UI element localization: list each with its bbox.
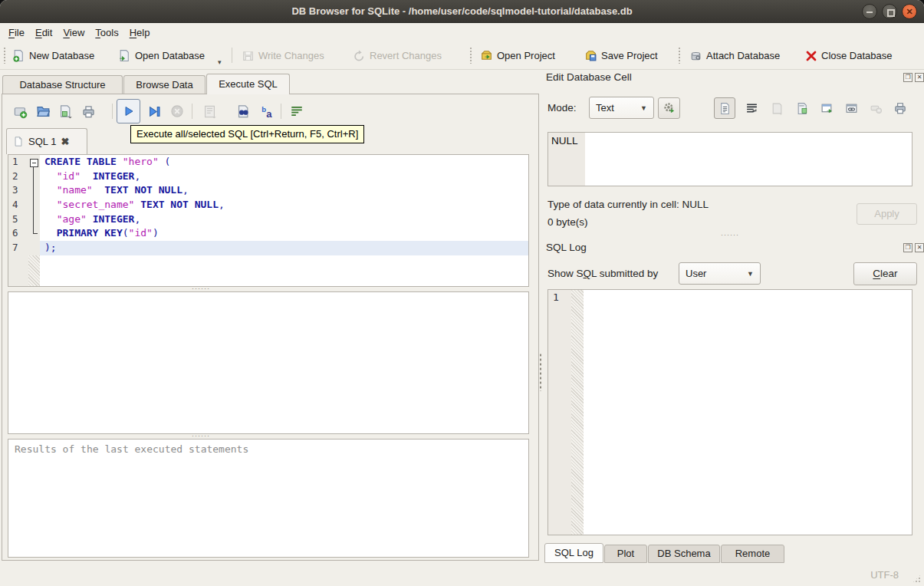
open-database-dropdown-arrow[interactable]: ▾ xyxy=(218,58,222,66)
maximize-button[interactable] xyxy=(882,4,897,19)
save-project-icon xyxy=(584,49,597,62)
toolbar-drag-handle[interactable] xyxy=(3,47,7,64)
format-sql-button[interactable]: ba xyxy=(258,101,278,121)
fold-margin-hatch xyxy=(28,255,40,287)
stop-execution-button[interactable] xyxy=(167,101,187,121)
menubar: File Edit View Tools Help xyxy=(0,23,924,41)
text-mode-icon-button[interactable] xyxy=(714,97,735,119)
dock-tab-remote[interactable]: Remote xyxy=(721,545,784,563)
revert-changes-button[interactable]: Revert Changes xyxy=(350,46,445,65)
sql-log-view[interactable]: 1 xyxy=(547,289,912,535)
code-line[interactable]: 3 "name" TEXT NOT NULL, xyxy=(8,183,528,198)
open-sql-file-button[interactable] xyxy=(32,101,52,121)
menu-tools[interactable]: Tools xyxy=(90,25,123,41)
fold-marker-icon[interactable] xyxy=(28,155,40,170)
toolbar-drag-handle[interactable] xyxy=(678,47,682,64)
sql-log-filter-value: User xyxy=(686,268,706,279)
export-cell-data-button[interactable] xyxy=(793,99,811,117)
attach-database-button[interactable]: Attach Database xyxy=(686,46,783,65)
auto-switch-mode-button[interactable] xyxy=(658,97,680,119)
execute-sql-button[interactable] xyxy=(117,99,140,123)
print-sql-button[interactable] xyxy=(78,101,98,121)
fold-guide xyxy=(28,198,40,212)
tab-database-structure[interactable]: Database Structure xyxy=(2,75,123,94)
close-database-icon xyxy=(805,50,817,62)
sql-document-tab[interactable]: SQL 1 ✖ xyxy=(6,128,87,154)
dock-tab-plot[interactable]: Plot xyxy=(604,545,647,563)
open-sql-file-dropdown-button[interactable] xyxy=(55,101,75,121)
revert-changes-icon xyxy=(353,49,366,62)
save-project-button[interactable]: Save Project xyxy=(581,46,661,65)
open-in-external-app-button[interactable] xyxy=(817,99,836,117)
open-database-icon xyxy=(118,49,131,62)
sql-toolbar-separator xyxy=(112,104,113,119)
attach-database-icon xyxy=(689,49,702,62)
menu-file[interactable]: File xyxy=(3,25,30,41)
resize-grip[interactable] xyxy=(912,574,922,584)
log-line-number: 1 xyxy=(553,291,559,303)
save-results-button[interactable] xyxy=(199,101,219,121)
sql-code-editor[interactable]: 1CREATE TABLE "hero" (2 "id" INTEGER,3 "… xyxy=(8,154,529,287)
close-sql-tab-icon[interactable]: ✖ xyxy=(61,136,69,147)
encoding-indicator[interactable]: UTF-8 xyxy=(870,569,899,581)
close-dock-icon[interactable]: ✕ xyxy=(915,243,924,252)
new-sql-tab-button[interactable] xyxy=(10,101,30,121)
svg-text:a: a xyxy=(266,107,272,118)
cell-type-info: Type of data currently in cell: NULL xyxy=(547,199,709,210)
code-line[interactable]: 5 "age" INTEGER, xyxy=(8,212,528,227)
titlebar[interactable]: DB Browser for SQLite - /home/user/code/… xyxy=(0,0,924,23)
word-wrap-cell-button[interactable] xyxy=(742,99,761,117)
panel-splitter-handle[interactable] xyxy=(539,353,542,391)
tab-execute-sql[interactable]: Execute SQL xyxy=(206,74,290,94)
execute-line-button[interactable] xyxy=(144,101,164,121)
close-button[interactable] xyxy=(902,4,917,19)
main-toolbar: New Database Open Database ▾ Write Chang… xyxy=(0,41,924,70)
float-dock-icon[interactable]: ❐ xyxy=(903,243,912,252)
sql-tab-label: SQL 1 xyxy=(28,136,56,147)
sql-log-dock-title: SQL Log xyxy=(546,242,587,253)
new-database-button[interactable]: New Database xyxy=(9,46,97,65)
dock-splitter-handle[interactable]: ······ xyxy=(721,233,739,238)
code-line[interactable]: 2 "id" INTEGER, xyxy=(8,170,528,184)
results-message-area[interactable]: Results of the last executed statements xyxy=(8,439,529,558)
results-placeholder: Results of the last executed statements xyxy=(15,443,248,455)
code-line[interactable]: 1CREATE TABLE "hero" ( xyxy=(8,155,528,170)
minimize-button[interactable] xyxy=(862,4,877,19)
menu-edit[interactable]: Edit xyxy=(30,25,58,41)
dock-tab-sql-log[interactable]: SQL Log xyxy=(544,543,603,563)
find-in-sql-button[interactable] xyxy=(233,101,253,121)
write-changes-icon xyxy=(242,49,255,62)
code-line[interactable]: 4 "secret_name" TEXT NOT NULL, xyxy=(8,198,528,212)
open-database-button[interactable]: Open Database xyxy=(115,46,208,65)
code-line[interactable]: 7); xyxy=(8,241,528,255)
import-cell-data-button[interactable] xyxy=(768,99,786,117)
edit-cell-dock-title: Edit Database Cell xyxy=(546,71,632,83)
mode-select[interactable]: Text ▼ xyxy=(589,97,654,119)
link-cell-button[interactable] xyxy=(842,99,860,117)
clear-log-button[interactable]: Clear xyxy=(853,262,917,285)
word-wrap-button[interactable] xyxy=(287,101,307,121)
close-database-button[interactable]: Close Database xyxy=(802,46,896,65)
tab-browse-data[interactable]: Browse Data xyxy=(123,75,206,94)
execute-tooltip: Execute all/selected SQL [Ctrl+Return, F… xyxy=(130,125,364,143)
sql-log-filter-select[interactable]: User ▼ xyxy=(679,262,761,285)
fold-guide xyxy=(28,241,40,255)
toolbar-drag-handle[interactable] xyxy=(469,47,473,64)
cell-value-editor[interactable]: NULL xyxy=(547,132,912,186)
chevron-down-icon: ▼ xyxy=(640,104,647,112)
float-dock-icon[interactable]: ❐ xyxy=(903,73,912,82)
window-title: DB Browser for SQLite - /home/user/code/… xyxy=(0,0,924,22)
fold-guide xyxy=(28,212,40,227)
apply-button[interactable]: Apply xyxy=(857,203,917,225)
code-line[interactable]: 6 PRIMARY KEY("id") xyxy=(8,226,528,241)
print-cell-button[interactable] xyxy=(891,99,909,117)
dock-tab-db-schema[interactable]: DB Schema xyxy=(648,545,720,563)
query-results-grid[interactable] xyxy=(8,291,529,434)
code-lines: 1CREATE TABLE "hero" (2 "id" INTEGER,3 "… xyxy=(8,155,528,255)
open-project-button[interactable]: Open Project xyxy=(477,46,558,65)
write-changes-button[interactable]: Write Changes xyxy=(238,46,327,65)
menu-view[interactable]: View xyxy=(58,25,90,41)
set-null-button[interactable] xyxy=(866,99,885,117)
close-dock-icon[interactable]: ✕ xyxy=(915,73,924,82)
menu-help[interactable]: Help xyxy=(124,25,156,41)
